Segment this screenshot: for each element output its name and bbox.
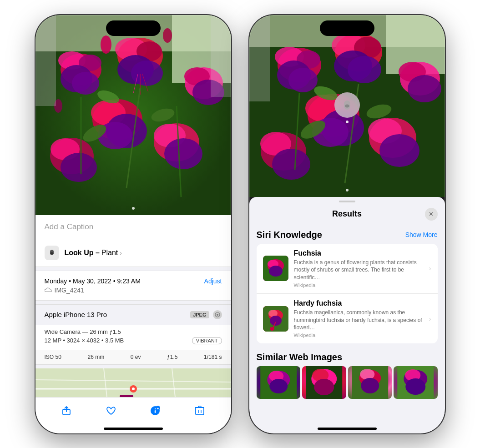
- svg-point-71: [288, 68, 318, 92]
- hardy-chevron: ›: [429, 315, 431, 322]
- filename-row: IMG_4241: [45, 287, 222, 294]
- show-more-button[interactable]: Show More: [405, 231, 438, 238]
- web-image-1[interactable]: [257, 366, 301, 399]
- siri-knowledge-title: Siri Knowledge: [257, 230, 322, 240]
- hardy-source: Wikipedia: [294, 332, 424, 338]
- carousel-indicator: [132, 207, 135, 210]
- svg-text:✦: ✦: [157, 407, 159, 410]
- similar-images-row: [257, 366, 438, 399]
- caption-placeholder[interactable]: Add a Caption: [45, 222, 94, 231]
- dynamic-island-right: [320, 20, 374, 36]
- exif-focal: 26 mm: [87, 354, 104, 360]
- results-title: Results: [269, 209, 425, 219]
- hardy-content: Hardy fuchsia Fuchsia magellanica, commo…: [294, 299, 424, 338]
- date-row: Monday • May 30, 2022 • 9:23 AM Adjust: [45, 277, 222, 285]
- svg-point-22: [61, 153, 97, 182]
- svg-point-27: [163, 28, 172, 43]
- flower-photo: [35, 15, 231, 215]
- lookup-row[interactable]: Look Up – Plant ›: [35, 239, 231, 267]
- svg-point-42: [217, 314, 218, 316]
- hardy-name: Hardy fuchsia: [294, 299, 424, 307]
- svg-point-100: [269, 266, 283, 277]
- exif-ev: 0 ev: [131, 354, 141, 360]
- visual-search-circle[interactable]: [334, 92, 360, 118]
- caption-area[interactable]: Add a Caption: [35, 215, 231, 239]
- svg-point-114: [314, 379, 334, 395]
- svg-point-104: [270, 316, 282, 326]
- fuchsia-name: Fuchsia: [294, 249, 424, 257]
- results-panel: Results ✕ Siri Knowledge Show More: [249, 197, 445, 433]
- photo-area[interactable]: [35, 15, 231, 215]
- fuchsia-content: Fuchsia Fuchsia is a genus of flowering …: [294, 249, 424, 288]
- siri-knowledge-section: Siri Knowledge Show More: [249, 226, 445, 347]
- mp-text: 12 MP • 3024 × 4032 • 3.5 MB: [45, 337, 124, 344]
- svg-point-96: [345, 104, 349, 107]
- exif-shutter: 1/181 s: [204, 354, 222, 360]
- svg-point-106: [270, 327, 274, 331]
- web-image-2[interactable]: [302, 366, 346, 399]
- fuchsia-source: Wikipedia: [294, 282, 424, 288]
- camera-name: Apple iPhone 13 Pro: [45, 311, 107, 318]
- hardy-thumbnail: [263, 306, 288, 332]
- right-photo-area: [249, 15, 445, 197]
- svg-rect-59: [196, 408, 204, 415]
- results-header: Results ✕: [249, 204, 445, 226]
- svg-point-110: [269, 379, 288, 393]
- camera-details: Wide Camera — 26 mm ƒ1.5 12 MP • 3024 × …: [35, 325, 231, 350]
- right-phone-screen: Results ✕ Siri Knowledge Show More: [249, 15, 445, 433]
- svg-point-55: [155, 408, 156, 409]
- format-badge: JPEG: [190, 310, 222, 319]
- exif-iso: ISO 50: [45, 354, 61, 360]
- adjust-button[interactable]: Adjust: [204, 277, 222, 285]
- jpeg-badge: JPEG: [190, 311, 209, 318]
- lookup-chevron: ›: [120, 249, 122, 257]
- svg-point-26: [101, 35, 111, 54]
- visual-search-bubble[interactable]: [334, 92, 360, 123]
- camera-header: Apple iPhone 13 Pro JPEG: [35, 305, 231, 325]
- svg-point-25: [164, 138, 202, 169]
- left-phone: Add a Caption Look Up – Plant ›: [35, 15, 231, 433]
- mp-row: 12 MP • 3024 × 4032 • 3.5 MB VIBRANT: [45, 337, 222, 344]
- exif-aperture: ƒ1.5: [167, 354, 177, 360]
- home-indicator: [104, 428, 163, 430]
- svg-point-50: [132, 388, 135, 390]
- lookup-text[interactable]: Look Up – Plant ›: [65, 249, 122, 257]
- lookup-icon: [45, 246, 59, 260]
- right-carousel-indicator: [346, 189, 349, 191]
- close-button[interactable]: ✕: [425, 208, 438, 221]
- siri-header: Siri Knowledge Show More: [257, 230, 438, 240]
- info-button[interactable]: ✦: [145, 401, 165, 421]
- lookup-label-plain: Plant: [101, 249, 118, 257]
- similar-web-section: Similar Web Images: [249, 347, 445, 403]
- sheet-handle: [339, 201, 355, 202]
- svg-point-79: [408, 75, 441, 102]
- date-text: Monday • May 30, 2022 • 9:23 AM: [45, 277, 141, 285]
- camera-section: Apple iPhone 13 Pro JPEG: [35, 304, 231, 365]
- fuchsia-chevron: ›: [429, 265, 431, 272]
- svg-point-117: [360, 369, 374, 380]
- svg-rect-61: [198, 406, 201, 408]
- svg-rect-95: [249, 15, 270, 101]
- knowledge-item-hardy[interactable]: Hardy fuchsia Fuchsia magellanica, commo…: [257, 294, 438, 343]
- right-phone: Results ✕ Siri Knowledge Show More: [249, 15, 445, 433]
- left-phone-screen: Add a Caption Look Up – Plant ›: [35, 15, 231, 433]
- knowledge-item-fuchsia[interactable]: Fuchsia Fuchsia is a genus of flowering …: [257, 244, 438, 294]
- wide-camera: Wide Camera — 26 mm ƒ1.5: [45, 328, 222, 335]
- favorite-button[interactable]: [101, 401, 121, 421]
- web-image-3[interactable]: [348, 366, 392, 399]
- info-section: Monday • May 30, 2022 • 9:23 AM Adjust I…: [35, 271, 231, 301]
- svg-rect-39: [211, 15, 231, 97]
- hardy-description: Fuchsia magellanica, commonly known as t…: [294, 309, 424, 332]
- location-icon: [213, 310, 222, 319]
- svg-rect-38: [35, 15, 56, 106]
- svg-rect-56: [155, 410, 156, 413]
- lookup-label-bold: Look Up –: [65, 249, 100, 257]
- delete-button[interactable]: [190, 401, 210, 421]
- dynamic-island: [106, 20, 161, 36]
- share-button[interactable]: [56, 401, 76, 421]
- svg-point-118: [361, 378, 379, 393]
- svg-point-76: [348, 56, 381, 83]
- web-image-4[interactable]: [394, 366, 438, 399]
- cloud-icon: [45, 287, 52, 293]
- svg-point-122: [405, 378, 425, 395]
